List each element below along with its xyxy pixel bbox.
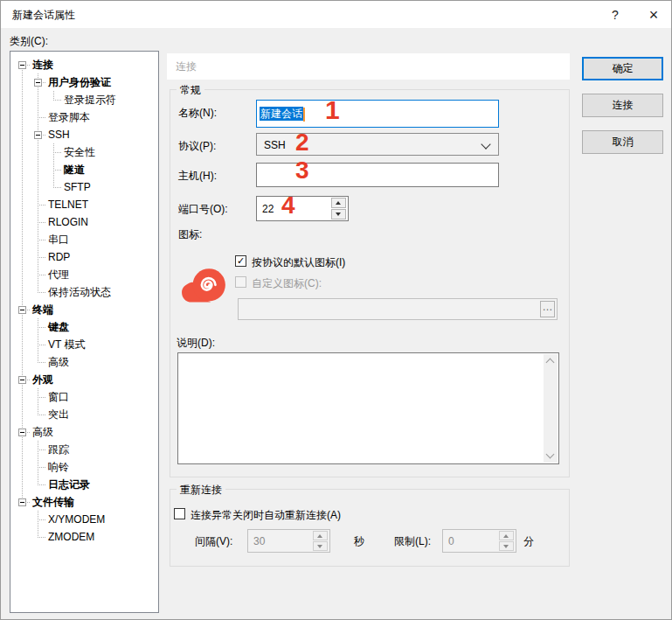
limit-input: 0: [442, 529, 516, 553]
xshell-snail-icon: [181, 265, 228, 312]
tree-item-label: 连接: [31, 58, 55, 72]
tree-item[interactable]: 隧道: [10, 161, 158, 178]
close-button[interactable]: ×: [642, 4, 665, 25]
default-icon-checkbox[interactable]: ✓: [235, 255, 246, 267]
connect-button[interactable]: 连接: [582, 94, 663, 117]
vertical-scrollbar[interactable]: [544, 354, 558, 463]
help-button[interactable]: ?: [604, 4, 627, 25]
annotation-3: 3: [295, 159, 309, 182]
tree-connector-line: [53, 152, 61, 153]
spin-down-button[interactable]: [499, 541, 514, 551]
session-properties-dialog: { "window": { "title": "新建会话属性", "help_g…: [0, 0, 672, 620]
name-input[interactable]: 新建会话: [256, 100, 499, 128]
tree-item[interactable]: 登录提示符: [10, 91, 158, 108]
tree-item[interactable]: 终端: [10, 301, 158, 318]
tree-item[interactable]: 高级: [10, 423, 158, 441]
tree-item[interactable]: 跟踪: [10, 441, 158, 458]
tree-item[interactable]: 安全性: [10, 143, 158, 161]
host-input[interactable]: [256, 163, 499, 187]
spin-down-button[interactable]: [313, 541, 328, 551]
tree-item[interactable]: 保持活动状态: [10, 283, 158, 301]
scroll-down-icon: [546, 450, 555, 459]
tree-connector-line: [38, 484, 45, 485]
tree-connector-line: [38, 397, 45, 398]
custom-icon-checkbox[interactable]: [235, 276, 246, 288]
spin-down-button[interactable]: [331, 209, 346, 219]
tree-item[interactable]: SSH: [10, 126, 158, 143]
spin-up-button[interactable]: [499, 531, 514, 540]
tree-item[interactable]: SFTP: [10, 178, 158, 196]
tree-item[interactable]: RDP: [10, 248, 158, 266]
tree-item[interactable]: 连接: [10, 56, 158, 73]
tree-collapse-icon[interactable]: [18, 306, 26, 314]
auto-reconnect-checkbox[interactable]: [174, 508, 185, 519]
tree-connector-line: [38, 292, 45, 293]
chevron-down-icon: [481, 139, 490, 149]
protocol-label: 协议(P):: [178, 139, 216, 154]
name-label: 名称(N):: [178, 106, 217, 121]
custom-icon-path-input: …: [238, 298, 558, 320]
tree-collapse-icon[interactable]: [18, 498, 26, 506]
tree-item[interactable]: 窗口: [10, 388, 158, 406]
description-textarea[interactable]: [177, 352, 559, 464]
tree-item[interactable]: 用户身份验证: [10, 73, 158, 91]
port-value: 22: [262, 203, 274, 215]
tree-item-label: 登录提示符: [62, 93, 118, 107]
spin-up-button[interactable]: [331, 198, 346, 208]
title-bar: 新建会话属性 ? ×: [1, 1, 671, 28]
tree-item[interactable]: TELNET: [10, 196, 158, 213]
text-caret: [303, 108, 305, 122]
tree-item[interactable]: 高级: [10, 353, 158, 371]
limit-unit-label: 分: [523, 534, 534, 549]
port-input[interactable]: 22: [256, 196, 349, 221]
tree-item[interactable]: VT 模式: [10, 336, 158, 353]
tree-connector-line: [38, 240, 45, 240]
tree-collapse-icon[interactable]: [18, 376, 26, 384]
browse-button[interactable]: …: [540, 301, 555, 317]
tree-collapse-icon[interactable]: [34, 131, 42, 139]
ok-button[interactable]: 确定: [582, 57, 663, 80]
tree-connector-line: [38, 117, 45, 118]
interval-input: 30: [247, 529, 330, 553]
tree-item[interactable]: RLOGIN: [10, 213, 158, 231]
tree-collapse-icon[interactable]: [18, 428, 26, 436]
tree-collapse-icon[interactable]: [18, 61, 26, 69]
tree-item[interactable]: X/YMODEM: [10, 511, 158, 528]
tree-item-label: SFTP: [62, 180, 93, 194]
category-tree[interactable]: 连接用户身份验证登录提示符登录脚本SSH安全性隧道SFTPTELNETRLOGI…: [10, 51, 159, 613]
tree-connector-line: [38, 327, 45, 328]
tree-item[interactable]: 登录脚本: [10, 108, 158, 126]
tree-item-label: 外观: [31, 373, 55, 387]
arrow-down-icon: [336, 212, 341, 216]
annotation-4: 4: [281, 194, 295, 217]
spin-up-button[interactable]: [313, 531, 328, 540]
protocol-value: SSH: [264, 139, 286, 151]
tree-item-label: TELNET: [46, 198, 90, 212]
tree-connector-line: [38, 345, 45, 345]
cancel-button[interactable]: 取消: [582, 130, 663, 154]
tree-item-label: X/YMODEM: [46, 512, 107, 526]
tree-item-label: 高级: [31, 425, 55, 439]
tree-item-label: 响铃: [46, 460, 71, 474]
limit-value: 0: [448, 535, 454, 547]
tree-item[interactable]: 突出: [10, 406, 158, 423]
port-label: 端口号(O):: [178, 202, 228, 217]
tree-collapse-icon[interactable]: [34, 79, 42, 87]
tree-item[interactable]: 串口: [10, 231, 158, 248]
tree-item[interactable]: 响铃: [10, 458, 158, 476]
tree-item-label: SSH: [46, 128, 72, 142]
tree-item-label: 文件传输: [31, 495, 76, 509]
checkmark-icon: ✓: [237, 255, 245, 266]
page-title: 连接: [176, 59, 197, 74]
tree-item[interactable]: ZMODEM: [10, 528, 158, 546]
tree-item[interactable]: 外观: [10, 371, 158, 388]
protocol-select[interactable]: SSH: [256, 133, 499, 156]
arrow-down-icon: [503, 545, 509, 548]
tree-item[interactable]: 键盘: [10, 318, 158, 336]
tree-item[interactable]: 日志记录: [10, 476, 158, 493]
tree-item-label: 隧道: [62, 163, 87, 177]
arrow-down-icon: [317, 545, 322, 548]
tree-item[interactable]: 代理: [10, 266, 158, 283]
icon-label: 图标:: [178, 227, 202, 242]
tree-item[interactable]: 文件传输: [10, 493, 158, 511]
